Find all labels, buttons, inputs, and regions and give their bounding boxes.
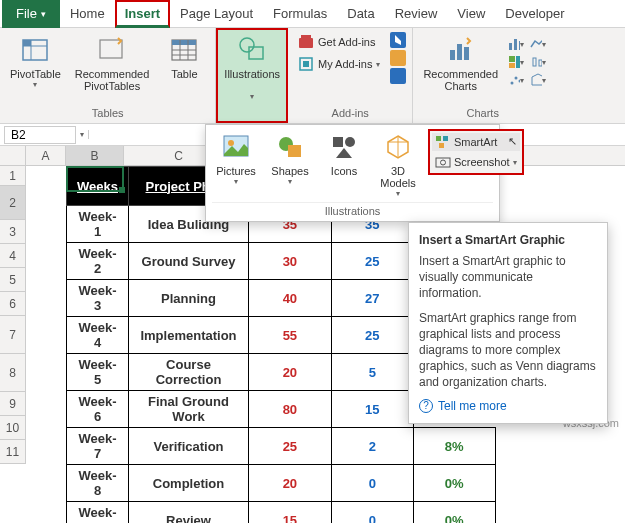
get-addins-button[interactable]: Get Add-ins [294,32,384,52]
tab-insert[interactable]: Insert [115,0,170,28]
row-header-1[interactable]: 1 [0,166,26,186]
addins-icon [298,56,314,72]
recommended-charts-button[interactable]: Recommended Charts [419,32,502,94]
row-header-2[interactable]: 2 [0,186,26,220]
recommended-pivottables-icon [96,34,128,66]
pivottable-icon [19,34,51,66]
shapes-button[interactable]: Shapes▾ [266,129,314,188]
row-header-7[interactable]: 7 [0,316,26,354]
screenshot-label: Screenshot [454,156,510,168]
svg-point-39 [345,137,355,147]
select-all-corner[interactable] [0,146,26,165]
tab-view[interactable]: View [447,0,495,28]
svg-rect-6 [172,40,196,45]
svg-rect-14 [301,35,311,39]
chevron-down-icon: ▾ [376,60,380,69]
pictures-icon [220,131,252,163]
tooltip-title: Insert a SmartArt Graphic [419,233,597,247]
tab-data[interactable]: Data [337,0,384,28]
tooltip-p2: SmartArt graphics range from graphical l… [419,310,597,391]
tab-formulas[interactable]: Formulas [263,0,337,28]
chevron-down-icon: ▾ [396,189,400,198]
row-header-5[interactable]: 5 [0,268,26,292]
svg-rect-38 [333,137,343,147]
table-row[interactable]: Week-7Verification2528% [67,428,496,465]
visio-icon[interactable] [390,68,406,84]
pivottable-button[interactable]: PivotTable▾ [6,32,65,91]
illustrations-button[interactable]: Illustrations▾ [220,32,284,103]
chart-column-icon[interactable]: ▾ [508,36,524,52]
table-row[interactable]: Week-9Review1500% [67,502,496,524]
svg-point-11 [240,38,254,52]
recommended-pivottables-button[interactable]: Recommended PivotTables [71,32,154,94]
icons-icon [328,131,360,163]
recommended-pt-label: Recommended PivotTables [75,68,150,92]
chart-surface-icon[interactable]: ▾ [530,72,546,88]
tab-review[interactable]: Review [385,0,448,28]
chart-stat-icon[interactable]: ▾ [530,54,546,70]
table-button[interactable]: Table [159,32,209,82]
chart-scatter-icon[interactable]: ▾ [508,72,524,88]
table-label: Table [171,68,197,80]
row-header-3[interactable]: 3 [0,220,26,244]
icons-button[interactable]: Icons [320,129,368,179]
recommended-charts-label: Recommended Charts [423,68,498,92]
svg-marker-40 [336,148,352,158]
svg-rect-41 [436,136,441,141]
group-charts-label: Charts [467,107,499,121]
file-tab[interactable]: File▾ [2,0,60,28]
smartart-screenshot-column: SmartArt ↖ Screenshot ▾ [428,129,524,175]
bing-icon[interactable] [390,32,406,48]
illustrations-label: Illustrations [224,68,280,80]
cursor-icon: ↖ [508,135,517,148]
tell-me-more-label: Tell me more [438,399,507,413]
ribbon: PivotTable▾ Recommended PivotTables Tabl… [0,28,625,124]
group-illustrations: Illustrations▾ [216,28,288,123]
chevron-down-icon: ▾ [250,92,254,101]
row-header-10[interactable]: 10 [0,416,26,440]
row-header-4[interactable]: 4 [0,244,26,268]
row-header-8[interactable]: 8 [0,354,26,392]
group-addins: Get Add-ins My Add-ins ▾ Add-ins [288,28,413,123]
tab-developer[interactable]: Developer [495,0,574,28]
icons-label: Icons [331,165,357,177]
chart-hierarchy-icon[interactable]: ▾ [508,54,524,70]
tell-me-more-link[interactable]: ?Tell me more [419,399,597,413]
group-illus-label [251,105,254,119]
store-icon [298,34,314,50]
get-addins-label: Get Add-ins [318,36,375,48]
chart-line-icon[interactable]: ▾ [530,36,546,52]
svg-point-35 [228,140,234,146]
tab-page-layout[interactable]: Page Layout [170,0,263,28]
svg-rect-32 [533,58,536,66]
tooltip-p1: Insert a SmartArt graphic to visually co… [419,253,597,302]
pictures-button[interactable]: Pictures▾ [212,129,260,188]
3d-models-label: 3D Models [380,165,415,189]
name-box[interactable] [4,126,76,144]
screenshot-button[interactable]: Screenshot ▾ [432,153,520,171]
ribbon-tabs: File▾ Home Insert Page Layout Formulas D… [0,0,625,28]
svg-point-45 [441,160,446,165]
namebox-dropdown[interactable]: ▾ [76,130,89,139]
svg-rect-1 [23,40,31,46]
people-icon[interactable] [390,50,406,66]
smartart-tooltip: Insert a SmartArt Graphic Insert a Smart… [408,222,608,424]
row-header-11[interactable]: 11 [0,440,26,464]
tab-home[interactable]: Home [60,0,115,28]
row-header-6[interactable]: 6 [0,292,26,316]
svg-rect-43 [439,143,444,148]
svg-rect-24 [514,39,517,50]
svg-rect-28 [509,63,515,68]
my-addins-button[interactable]: My Add-ins ▾ [294,54,384,74]
col-header-a[interactable]: A [26,146,66,165]
table-row[interactable]: Week-8Completion2000% [67,465,496,502]
svg-point-29 [511,82,514,85]
row-header-9[interactable]: 9 [0,392,26,416]
chevron-down-icon: ▾ [288,177,292,186]
3d-models-button[interactable]: 3D Models▾ [374,129,422,200]
col-header-b[interactable]: B [66,146,124,165]
recommended-charts-icon [445,34,477,66]
smartart-label: SmartArt [454,136,497,148]
svg-rect-12 [249,47,263,59]
smartart-button[interactable]: SmartArt ↖ [432,133,520,151]
